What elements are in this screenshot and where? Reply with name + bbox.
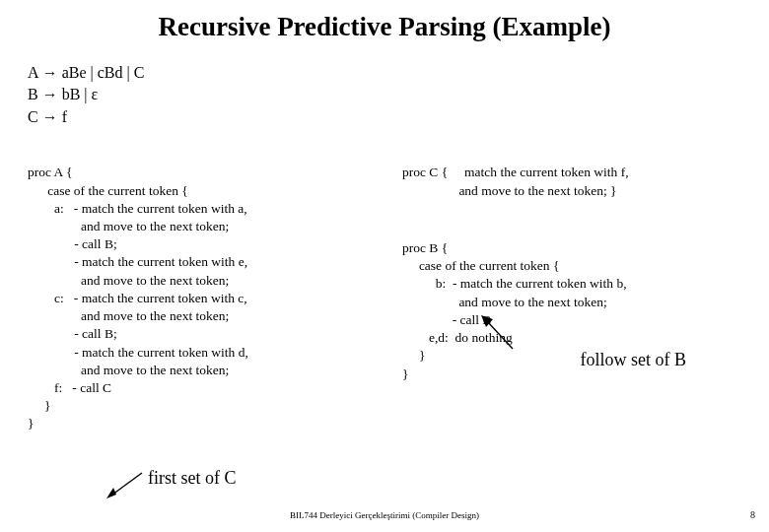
page-number: 8 [750,509,755,520]
proc-b-l6: } [402,348,425,363]
svg-line-2 [487,321,513,349]
proc-b-l3: and move to the next token; [402,295,607,309]
arrow-follow-b-icon [479,315,519,351]
proc-b-l7: } [402,366,408,381]
proc-a-l2: a: - match the current token with a, [28,201,247,216]
proc-b-l1: case of the current token { [402,258,559,273]
right-column: proc C { match the current token with f,… [402,146,741,433]
proc-c-block: proc C { match the current token with f,… [402,146,741,200]
proc-a-l9: - call B; [28,326,117,341]
proc-a-l11: and move to the next token; [28,363,229,377]
proc-a-l8: and move to the next token; [28,308,229,323]
svg-line-0 [112,473,142,495]
proc-a-l5: - match the current token with e, [28,254,247,269]
proc-a-l4: - call B; [28,236,117,251]
grammar-line-2: B → bB | ε [28,84,741,105]
grammar-line-1: A → aBe | cBd | C [28,62,741,84]
proc-a-l3: and move to the next token; [28,219,229,233]
arrow-first-c-icon [106,471,148,500]
proc-a-l1: case of the current token { [28,183,188,198]
proc-a-l12: f: - call C [28,380,111,395]
spacer [402,200,741,222]
annotation-follow-set-b: follow set of B [581,348,687,371]
proc-b-l0: proc B { [402,240,448,255]
footer-text: BIL744 Derleyici Gerçekleştirimi (Compil… [0,510,769,520]
proc-b-l2: b: - match the current token with b, [402,276,627,291]
left-column: proc A { case of the current token { a: … [28,146,392,433]
proc-a-l7: c: - match the current token with c, [28,291,247,305]
svg-marker-1 [106,488,116,499]
proc-a-l14: } [28,416,34,431]
grammar-block: A → aBe | cBd | C B → bB | ε C → f [28,62,741,128]
proc-b-block: proc B { case of the current token { b: … [402,222,741,383]
proc-b-l4: - call B [402,312,491,327]
proc-c-l1: and move to the next token; } [402,183,617,198]
annotation-first-set-c: first set of C [148,466,237,490]
proc-a-block: proc A { case of the current token { a: … [28,146,392,433]
proc-c-l0: proc C { match the current token with f, [402,165,629,179]
proc-a-l10: - match the current token with d, [28,345,248,360]
page-title: Recursive Predictive Parsing (Example) [28,12,741,42]
grammar-line-3: C → f [28,106,741,128]
content-columns: proc A { case of the current token { a: … [28,146,741,433]
slide: Recursive Predictive Parsing (Example) A… [0,0,769,532]
proc-a-l13: } [28,398,50,413]
proc-a-l6: and move to the next token; [28,273,229,288]
proc-a-l0: proc A { [28,165,72,179]
